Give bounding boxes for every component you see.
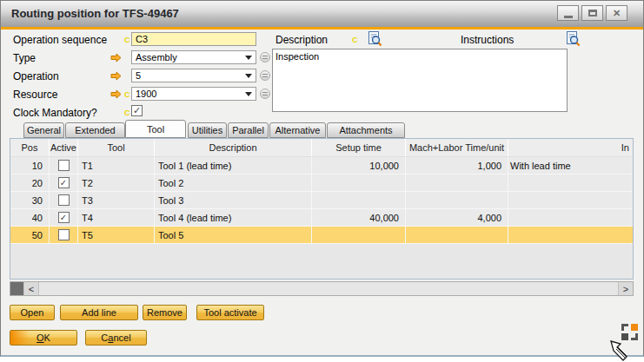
ok-button-label: OK [37, 332, 50, 343]
checkmark-icon: ✓ [60, 214, 67, 222]
operation-list-button[interactable] [260, 70, 270, 81]
close-icon: ✕ [613, 9, 621, 18]
cell-pos: 50 [10, 227, 50, 243]
chevron-down-icon [245, 56, 252, 60]
cell-mach-labor: 1,000 [406, 157, 508, 174]
table-row[interactable]: 30 T3 Tool 3 [10, 192, 633, 209]
cancel-button-label: Cancel [101, 332, 130, 343]
open-button-label: Open [21, 307, 44, 318]
cell-mach-labor [406, 174, 508, 191]
tab-utilities[interactable]: Utilities [188, 122, 227, 138]
tool-activate-button-label: Tool activate [203, 307, 256, 318]
title-bar: Routing position for TFS-49467 ✕ [1, 1, 643, 27]
col-header-mach-labor: Mach+Labor Time/unit [406, 139, 508, 156]
expand-editor-icon[interactable] [368, 31, 382, 47]
cell-tool: T2 [78, 174, 155, 191]
type-label: Type [13, 52, 36, 64]
link-arrow-icon[interactable] [110, 71, 122, 81]
tools-table: Pos Active Tool Description Setup time M… [10, 138, 634, 280]
scrollbar-thumb[interactable] [10, 282, 23, 295]
table-row[interactable]: 20 ✓ T2 Tool 2 [10, 174, 633, 192]
table-row[interactable]: 40 ✓ T4 Tool 4 (lead time) 40,000 4,000 [10, 209, 633, 227]
checkmark-icon: ✓ [60, 179, 67, 188]
tab-parallel[interactable]: Parallel [228, 122, 269, 138]
maximize-button[interactable] [581, 5, 603, 21]
operation-label: Operation [13, 70, 59, 82]
cancel-button[interactable]: Cancel [85, 330, 147, 346]
col-header-description: Description [155, 139, 312, 156]
cell-mach-labor: 4,000 [406, 209, 508, 226]
active-checkbox[interactable] [58, 160, 70, 171]
tab-general[interactable]: General [23, 122, 64, 138]
scrollbar-track[interactable] [39, 282, 618, 295]
horizontal-scrollbar: < > [10, 281, 634, 296]
checkmark-icon: ✓ [133, 106, 141, 115]
cell-mach-labor [406, 227, 508, 243]
scroll-left-button[interactable]: < [23, 282, 39, 295]
open-button[interactable]: Open [10, 305, 55, 320]
link-arrow-icon[interactable] [110, 53, 122, 63]
resource-label: Resource [13, 89, 57, 101]
c-marker-icon: C [124, 36, 130, 44]
ok-button[interactable]: OK [10, 330, 77, 346]
add-line-button-label: Add line [82, 307, 116, 318]
scroll-left-icon: < [29, 284, 34, 294]
operation-sequence-input[interactable]: C3 [131, 32, 256, 46]
resource-list-button[interactable] [260, 89, 270, 99]
list-icon [262, 92, 268, 93]
col-header-setup-time: Setup time [312, 139, 406, 156]
description-label: Description [276, 34, 328, 46]
expand-editor-icon[interactable] [566, 31, 581, 47]
clock-mandatory-checkbox[interactable]: ✓ [131, 105, 143, 116]
table-row-selected[interactable]: 50 T5 Tool 5 [10, 227, 633, 244]
add-line-button[interactable]: Add line [60, 305, 138, 320]
description-textarea[interactable]: Inspection [272, 49, 568, 112]
link-arrow-icon[interactable] [110, 89, 122, 99]
col-header-in: In [508, 139, 633, 156]
scroll-right-button[interactable]: > [618, 282, 633, 295]
mouse-cursor-icon [608, 339, 632, 362]
cell-tool: T1 [78, 157, 155, 174]
cell-pos: 10 [10, 157, 50, 174]
cell-setup-time [312, 192, 406, 208]
tab-attachments[interactable]: Attachments [327, 122, 405, 138]
cell-description: Tool 3 [155, 192, 312, 208]
type-list-button[interactable] [260, 52, 270, 63]
cell-info [508, 174, 633, 191]
chevron-down-icon [245, 92, 252, 96]
tab-tool[interactable]: Tool [125, 120, 186, 138]
cell-setup-time [312, 174, 406, 191]
tab-extended[interactable]: Extended [65, 122, 125, 138]
tab-alternative[interactable]: Alternative [269, 122, 326, 138]
accent-line [1, 27, 643, 30]
cell-description: Tool 2 [155, 174, 312, 191]
resource-dropdown[interactable]: 1900 [131, 87, 256, 101]
col-header-active: Active [50, 139, 78, 156]
minimize-button[interactable] [557, 5, 579, 21]
cell-pos: 40 [10, 209, 50, 226]
clock-mandatory-label: Clock Mandatory? [13, 107, 97, 119]
type-dropdown[interactable]: Assembly [131, 50, 256, 64]
active-checkbox[interactable]: ✓ [58, 177, 70, 188]
remove-button[interactable]: Remove [143, 305, 187, 320]
list-icon [262, 56, 268, 56]
col-header-tool: Tool [78, 139, 155, 156]
cell-setup-time: 40,000 [312, 209, 406, 226]
operation-sequence-label: Operation sequence [13, 34, 107, 46]
cell-tool: T5 [78, 227, 155, 243]
active-checkbox[interactable] [58, 229, 70, 240]
c-marker-icon: C [124, 109, 130, 117]
tool-activate-button[interactable]: Tool activate [196, 305, 264, 320]
active-checkbox[interactable] [58, 194, 70, 206]
maximize-icon [588, 10, 597, 16]
operation-dropdown[interactable]: 5 [131, 69, 256, 82]
cell-info: With lead time [508, 157, 633, 174]
cell-description: Tool 5 [155, 227, 312, 243]
table-row[interactable]: 10 T1 Tool 1 (lead time) 10,000 1,000 Wi… [10, 157, 633, 174]
active-checkbox[interactable]: ✓ [58, 212, 70, 223]
close-button[interactable]: ✕ [606, 5, 627, 21]
cell-description: Tool 1 (lead time) [155, 157, 312, 174]
cell-mach-labor [406, 192, 508, 208]
cell-tool: T4 [78, 209, 155, 226]
scroll-right-icon: > [623, 284, 628, 294]
